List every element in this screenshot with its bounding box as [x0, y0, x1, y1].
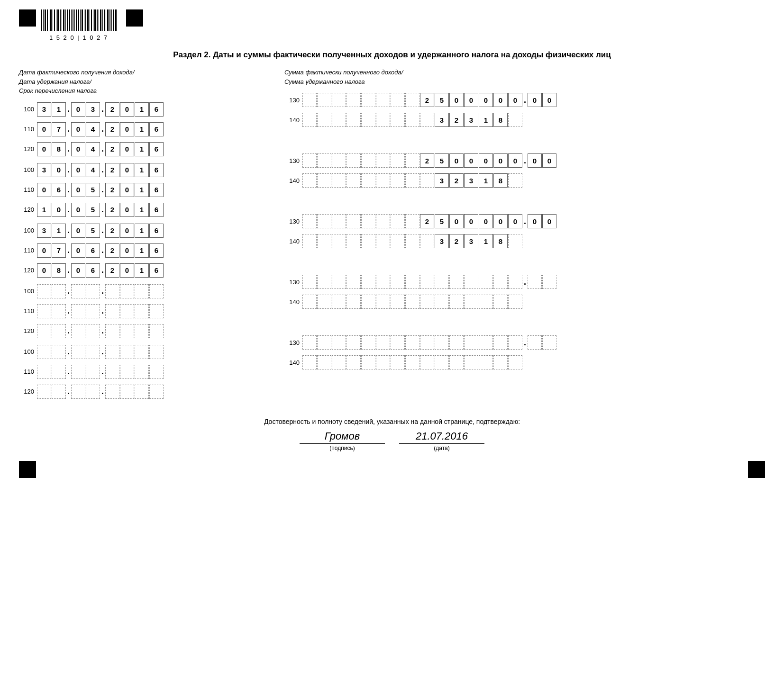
cell: 2: [420, 153, 434, 168]
cell: [346, 275, 361, 289]
cell: [391, 173, 405, 188]
cell: [528, 275, 542, 289]
spacer: [284, 313, 765, 331]
cell: [149, 385, 164, 399]
cell: 0: [37, 263, 51, 278]
cell: [317, 93, 331, 107]
cell: [86, 284, 100, 298]
cell: 0: [449, 214, 464, 228]
cell: [135, 324, 149, 338]
right-group-2: 130 2 5 0 0 0: [284, 152, 765, 209]
cell: 4: [86, 142, 100, 156]
cell: [493, 275, 508, 289]
cell: 2: [105, 122, 119, 136]
left-group-5: 100 . . 110: [19, 343, 265, 401]
right-label-130-g4: 130: [284, 279, 302, 286]
left-row-110-g5: 110 . .: [19, 363, 265, 381]
date-block: 21.07.2016 (дата): [399, 430, 484, 451]
cell: [332, 234, 346, 248]
svg-rect-7: [54, 9, 55, 31]
cell: 8: [493, 113, 508, 127]
cell: [332, 93, 346, 107]
cell: [120, 365, 134, 379]
cell: 0: [479, 93, 493, 107]
cell: 0: [542, 93, 556, 107]
cell: 0: [120, 243, 134, 258]
label-100-g4: 100: [19, 288, 37, 295]
svg-rect-11: [62, 9, 62, 31]
amount-130-g4: .: [302, 275, 556, 289]
cell: 5: [86, 224, 100, 238]
svg-rect-8: [56, 9, 56, 31]
cell: [493, 335, 508, 350]
cell: [71, 345, 85, 359]
cell: [435, 335, 449, 350]
right-label-140-g1: 140: [284, 117, 302, 124]
cell: 0: [528, 153, 542, 168]
cell: 0: [120, 263, 134, 278]
form-area: Дата фактического получения дохода/Дата …: [19, 68, 765, 404]
right-label-140-g3: 140: [284, 238, 302, 245]
cell: [302, 355, 317, 369]
date-120-g1: 0 8 . 0 4 . 2 0 1 6: [37, 142, 164, 156]
cell: [105, 385, 119, 399]
left-group-1: 100 3 1 . 0 3 . 2 0 1 6: [19, 100, 265, 158]
cell: [317, 214, 331, 228]
right-group-5: 130: [284, 333, 765, 391]
cell: [332, 275, 346, 289]
right-column-header: Сумма фактически полученного дохода/Сумм…: [284, 68, 765, 86]
cell: [317, 153, 331, 168]
right-row-130-g1: 130 2 5 0 0 0: [284, 91, 765, 109]
cell: [464, 275, 478, 289]
cell: [361, 113, 375, 127]
svg-rect-15: [69, 9, 70, 31]
svg-rect-36: [107, 9, 109, 31]
cell: [508, 173, 522, 188]
svg-rect-6: [53, 9, 53, 31]
svg-rect-34: [104, 9, 105, 31]
cell: 0: [493, 153, 508, 168]
right-row-140-g5: 140: [284, 353, 765, 371]
cell: 2: [105, 102, 119, 117]
right-label-130-g5: 130: [284, 339, 302, 346]
svg-rect-16: [71, 9, 72, 31]
amount-130-g5: .: [302, 335, 556, 350]
cell: [332, 295, 346, 309]
label-100-g5: 100: [19, 348, 37, 355]
left-row-120-g4: 120 . .: [19, 322, 265, 340]
cell: 2: [105, 224, 119, 238]
cell: 0: [542, 214, 556, 228]
spacer: [284, 131, 765, 149]
cell: 1: [135, 102, 149, 117]
right-row-140-g4: 140: [284, 293, 765, 311]
svg-rect-3: [47, 9, 48, 31]
cell: [346, 93, 361, 107]
left-row-100-g2: 100 3 0 . 0 4 . 2 0 1 6: [19, 161, 265, 179]
footer: Достоверность и полноту сведений, указан…: [19, 418, 765, 451]
cell: [346, 173, 361, 188]
cell: 0: [508, 93, 522, 107]
svg-rect-5: [50, 9, 52, 31]
amount-140-g4: [302, 295, 522, 309]
cell: [52, 385, 66, 399]
svg-rect-14: [67, 9, 68, 31]
cell: [391, 93, 405, 107]
cell: [435, 355, 449, 369]
right-label-130-g2: 130: [284, 157, 302, 164]
cell: 0: [71, 203, 85, 217]
date-120-g5: . .: [37, 385, 164, 399]
cell: 1: [52, 224, 66, 238]
right-group-4: 130: [284, 273, 765, 331]
cell: [361, 275, 375, 289]
cell: 6: [149, 224, 164, 238]
cell: 0: [508, 214, 522, 228]
cell: [302, 93, 317, 107]
right-row-130-g2: 130 2 5 0 0 0: [284, 152, 765, 170]
cell: [120, 284, 134, 298]
cell: [317, 295, 331, 309]
cell: [317, 113, 331, 127]
amount-140-g3: 3 2 3 1 8: [302, 234, 522, 248]
date-110-g4: . .: [37, 304, 164, 318]
cell: [479, 335, 493, 350]
cell: [391, 234, 405, 248]
